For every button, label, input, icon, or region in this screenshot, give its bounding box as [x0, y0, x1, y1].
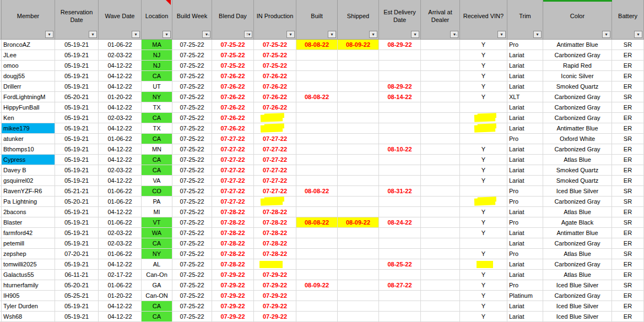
cell-arrival[interactable] [421, 123, 460, 133]
cell-wave[interactable]: 04-12-22 [99, 61, 142, 70]
funnel-icon[interactable]: ▼̴ [202, 31, 210, 38]
cell-in_production[interactable] [254, 197, 296, 206]
cell-arrival[interactable] [421, 197, 460, 206]
cell-est_delivery[interactable]: 08-29-22 [379, 40, 421, 50]
cell-in_production[interactable] [254, 259, 296, 269]
cell-in_production[interactable]: 07-28-22 [254, 207, 296, 217]
cell-location[interactable]: CA [142, 134, 172, 144]
cell-blend_day[interactable]: 07-26-22 [212, 81, 254, 91]
cell-color[interactable]: Smoked Quartz [543, 165, 612, 175]
cell-color[interactable]: Atlas Blue [543, 270, 612, 280]
cell-in_production[interactable]: 07-26-22 [254, 71, 296, 81]
cell-vin[interactable]: Y [460, 71, 507, 81]
cell-reservation[interactable]: 05-19-21 [55, 123, 99, 133]
cell-blend_day[interactable]: 07-29-22 [212, 301, 254, 311]
cell-arrival[interactable] [421, 238, 460, 248]
cell-build_week[interactable]: 07-25-22 [172, 280, 212, 290]
cell-reservation[interactable]: 05-20-21 [55, 280, 99, 290]
cell-trim[interactable]: Lariat [507, 123, 543, 133]
cell-member[interactable]: IH905 [2, 291, 55, 301]
cell-in_production[interactable]: 07-27-22 [254, 155, 296, 165]
cell-trim[interactable]: Lariat [507, 113, 543, 123]
cell-build_week[interactable]: 07-25-22 [172, 228, 212, 238]
cell-reservation[interactable]: 05-19-21 [55, 71, 99, 81]
cell-arrival[interactable] [421, 92, 460, 102]
cell-arrival[interactable] [421, 176, 460, 185]
cell-vin[interactable] [460, 259, 507, 269]
cell-trim[interactable]: Lariat [507, 165, 543, 175]
cell-wave[interactable]: 04-12-22 [99, 259, 142, 269]
cell-member[interactable]: farmford42 [2, 228, 55, 238]
cell-build_week[interactable]: 07-25-22 [172, 81, 212, 91]
cell-build_week[interactable]: 07-25-22 [172, 217, 212, 227]
cell-wave[interactable]: 02-03-22 [99, 50, 142, 60]
cell-in_production[interactable]: 07-28-22 [254, 238, 296, 248]
cell-build_week[interactable]: 07-25-22 [172, 50, 212, 60]
cell-shipped[interactable] [338, 207, 379, 217]
cell-reservation[interactable]: 05-19-21 [55, 176, 99, 185]
cell-est_delivery[interactable] [379, 301, 421, 311]
cell-shipped[interactable] [338, 165, 379, 175]
cell-arrival[interactable] [421, 165, 460, 175]
cell-trim[interactable]: Pro [507, 186, 543, 196]
cell-build_week[interactable]: 07-25-22 [172, 92, 212, 102]
cell-vin[interactable] [460, 113, 507, 123]
cell-trim[interactable]: Lariat [507, 270, 543, 280]
cell-reservation[interactable]: 05-19-21 [55, 259, 99, 269]
cell-color[interactable]: Agate Black [543, 217, 612, 227]
cell-est_delivery[interactable] [379, 176, 421, 185]
cell-trim[interactable]: Lariat [507, 50, 543, 60]
cell-est_delivery[interactable] [379, 155, 421, 165]
cell-location[interactable]: CA [142, 155, 172, 165]
cell-member[interactable]: HippyFunBall [2, 102, 55, 112]
cell-reservation[interactable]: 05-19-21 [55, 102, 99, 112]
cell-arrival[interactable] [421, 61, 460, 70]
cell-member[interactable]: Wsh68 [2, 312, 55, 321]
cell-trim[interactable]: Lariat [507, 301, 543, 311]
cell-trim[interactable]: Pro [507, 280, 543, 290]
cell-in_production[interactable]: 07-29-22 [254, 312, 296, 321]
cell-battery[interactable]: ER [612, 71, 644, 81]
cell-in_production[interactable]: 07-25-22 [254, 40, 296, 50]
cell-wave[interactable]: 04-12-22 [99, 207, 142, 217]
cell-color[interactable]: Carbonized Gray [543, 259, 612, 269]
cell-battery[interactable]: ER [612, 61, 644, 70]
cell-arrival[interactable] [421, 71, 460, 81]
cell-location[interactable]: Can-On [142, 270, 172, 280]
cell-battery[interactable]: SR [612, 217, 644, 227]
cell-reservation[interactable]: 05-19-21 [55, 207, 99, 217]
column-header-location[interactable]: Location▾ [142, 0, 172, 40]
cell-built[interactable]: 08-09-22 [296, 280, 338, 290]
cell-trim[interactable]: Lariat [507, 207, 543, 217]
cell-location[interactable]: TX [142, 123, 172, 133]
cell-arrival[interactable] [421, 50, 460, 60]
cell-location[interactable]: VT [142, 217, 172, 227]
cell-wave[interactable]: 04-12-22 [99, 81, 142, 91]
cell-member[interactable]: Tyler Durden [2, 301, 55, 311]
cell-arrival[interactable] [421, 113, 460, 123]
cell-member[interactable]: omoo [2, 61, 55, 70]
cell-wave[interactable]: 01-06-22 [99, 280, 142, 290]
cell-location[interactable]: WA [142, 228, 172, 238]
cell-est_delivery[interactable] [379, 249, 421, 259]
cell-shipped[interactable] [338, 259, 379, 269]
cell-wave[interactable]: 01-06-22 [99, 186, 142, 196]
cell-trim[interactable]: XLT [507, 92, 543, 102]
cell-battery[interactable]: SR [612, 92, 644, 102]
cell-location[interactable]: VA [142, 176, 172, 185]
cell-built[interactable]: 08-08-22 [296, 217, 338, 227]
cell-blend_day[interactable]: 07-25-22 [212, 50, 254, 60]
cell-reservation[interactable]: 05-19-21 [55, 144, 99, 154]
cell-color[interactable]: Antimatter Blue [543, 40, 612, 50]
cell-vin[interactable]: Y [460, 207, 507, 217]
cell-reservation[interactable]: 05-19-21 [55, 312, 99, 321]
cell-shipped[interactable] [338, 81, 379, 91]
cell-battery[interactable]: ER [612, 113, 644, 123]
cell-wave[interactable]: 04-12-22 [99, 155, 142, 165]
cell-vin[interactable]: Y [460, 228, 507, 238]
cell-blend_day[interactable]: 07-27-22 [212, 165, 254, 175]
cell-wave[interactable]: 04-12-22 [99, 123, 142, 133]
cell-in_production[interactable]: 07-29-22 [254, 270, 296, 280]
cell-blend_day[interactable]: 07-29-22 [212, 291, 254, 301]
cell-vin[interactable]: Y [460, 144, 507, 154]
